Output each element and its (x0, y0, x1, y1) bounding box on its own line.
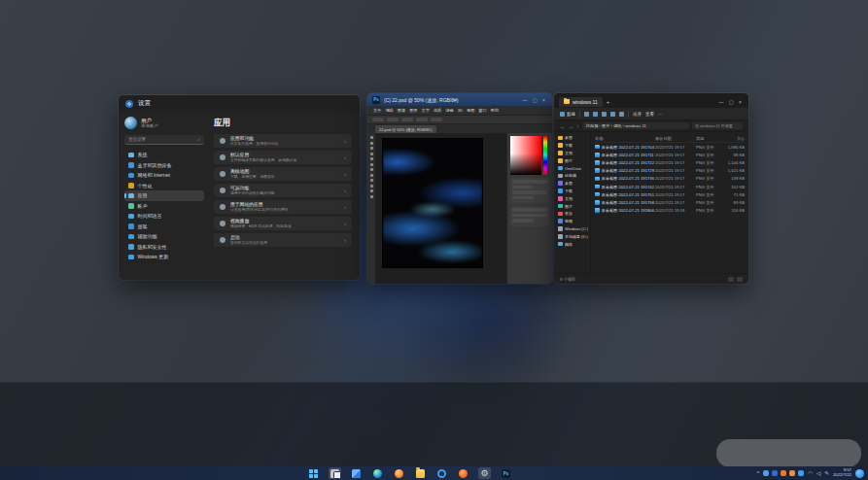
saturation-brightness-box[interactable] (510, 136, 541, 175)
sidebar-item-8[interactable]: 辅助功能 (124, 231, 204, 242)
explorer-sidebar-item-2[interactable]: 文档 (558, 150, 590, 157)
menu-2[interactable]: 图像 (398, 108, 405, 113)
column-header-0[interactable]: 名称 (595, 136, 655, 141)
explorer-sidebar-item-7[interactable]: 下载 (558, 188, 590, 195)
taskbar-start-button[interactable] (307, 467, 320, 479)
more-button[interactable]: ··· (658, 112, 663, 117)
tray-chevron-icon[interactable]: ^ (756, 470, 759, 476)
menu-5[interactable]: 选择 (434, 108, 441, 113)
sidebar-item-1[interactable]: 蓝牙和其他设备 (124, 160, 204, 171)
tray-app-icon-4[interactable] (798, 470, 804, 476)
menu-4[interactable]: 文字 (422, 108, 430, 113)
view-button[interactable]: 查看 (645, 112, 654, 117)
volume-icon[interactable]: ◁ (816, 470, 820, 476)
window-controls[interactable]: — ▢ × (523, 97, 547, 103)
explorer-sidebar-item-6[interactable]: 桌面 (558, 180, 590, 188)
table-row[interactable]: 屏幕截图 2022-07-21 1917042022/7/21 19:17PNG… (595, 143, 745, 151)
menu-6[interactable]: 滤镜 (445, 108, 453, 113)
table-row[interactable]: 屏幕截图 2022-07-21 1917362022/7/21 19:17PNG… (595, 175, 745, 183)
breadcrumb[interactable]: 此电脑 › 图片 › 壁纸 › windows 11 (582, 122, 689, 130)
color-picker-panel[interactable] (510, 136, 549, 175)
tray-app-icon-3[interactable] (789, 470, 795, 476)
menu-1[interactable]: 编辑 (385, 108, 393, 113)
window-controls[interactable]: — ▢ × (719, 99, 744, 105)
explorer-sidebar-item-10[interactable]: 音乐 (558, 210, 590, 218)
sidebar-item-6[interactable]: 时间和语言 (124, 211, 204, 222)
hue-strip[interactable] (543, 136, 547, 175)
table-row[interactable]: 屏幕截图 2022-07-21 1918062022/7/21 19:18PNG… (595, 207, 745, 215)
explorer-sidebar-item-3[interactable]: 图片 (558, 156, 590, 164)
table-row[interactable]: 屏幕截图 2022-07-21 1917112022/7/21 19:17PNG… (595, 151, 745, 158)
taskbar-blue-ring-app-button[interactable] (435, 467, 448, 479)
paste-icon[interactable] (602, 112, 607, 117)
taskbar-clock[interactable]: 9:57 2022/7/22 (833, 468, 851, 478)
document-tab[interactable]: 22.psd @ 50% (速涂, RGB/8#) (375, 125, 436, 133)
column-header-2[interactable]: 类型 (696, 136, 723, 141)
explorer-tab[interactable]: windows 11 (559, 97, 603, 107)
cut-icon[interactable] (584, 112, 589, 117)
table-row[interactable]: 屏幕截图 2022-07-21 1917292022/7/21 19:17PNG… (595, 167, 745, 175)
menu-0[interactable]: 文件 (373, 108, 381, 113)
settings-account[interactable]: 用户 本地帐户 (124, 117, 204, 129)
settings-row-6[interactable]: 启动登录时自动启动的应用› (214, 233, 352, 247)
tray-app-icon-1[interactable] (772, 470, 778, 476)
artwork-canvas[interactable] (383, 139, 482, 267)
menu-8[interactable]: 视图 (467, 108, 474, 113)
explorer-sidebar-item-0[interactable]: 桌面 (558, 134, 590, 142)
tray-app-icon-2[interactable] (781, 470, 786, 476)
explorer-sidebar-item-12[interactable]: Windows (C:) (558, 225, 590, 233)
explorer-sidebar-item-9[interactable]: 图片 (558, 202, 590, 210)
back-button[interactable]: ← (560, 123, 566, 129)
settings-row-4[interactable]: 用于网站的应用可在应用(而非浏览器)中打开的网站› (214, 200, 352, 214)
table-row[interactable]: 屏幕截图 2022-07-21 1917512022/7/21 19:17PNG… (595, 190, 745, 198)
explorer-sidebar-item-1[interactable]: 下载 (558, 142, 590, 150)
menu-10[interactable]: 帮助 (491, 108, 499, 113)
sidebar-item-9[interactable]: 隐私和安全性 (124, 242, 204, 253)
sidebar-item-3[interactable]: 个性化 (124, 181, 204, 191)
settings-row-0[interactable]: 应用和功能已安装的应用、应用执行别名› (214, 134, 352, 148)
settings-row-2[interactable]: 离线地图下载、存储位置、地图更新› (214, 167, 352, 181)
menu-7[interactable]: 3D (458, 108, 463, 113)
explorer-sidebar-item-8[interactable]: 文档 (558, 194, 590, 202)
settings-row-3[interactable]: 可选功能适用于你的设备的额外功能› (214, 184, 352, 197)
explorer-sidebar-item-14[interactable]: 网络 (558, 240, 590, 248)
taskbar-edge-button[interactable] (371, 467, 384, 479)
delete-icon[interactable] (619, 112, 624, 117)
table-row[interactable]: 屏幕截图 2022-07-21 1917222022/7/21 19:17PNG… (595, 158, 745, 166)
table-row[interactable]: 屏幕截图 2022-07-21 1917582022/7/21 19:17PNG… (595, 198, 745, 206)
copy-icon[interactable] (593, 112, 598, 117)
explorer-sidebar-item-4[interactable]: OneDrive (558, 164, 590, 172)
network-icon[interactable]: ◠ (808, 470, 813, 476)
photoshop-window[interactable]: Ps (C) 22.psd @ 50% (速涂, RGB/8#) — ▢ × 文… (367, 93, 552, 284)
taskbar-file-explorer-button[interactable] (414, 467, 427, 479)
explorer-sidebar-item-11[interactable]: 视频 (558, 218, 590, 225)
taskbar-task-view-button[interactable] (329, 467, 341, 479)
taskbar-firefox-button[interactable] (457, 467, 469, 479)
explorer-search-input[interactable]: 在 windows 11 中搜索 (692, 122, 743, 130)
new-button[interactable]: 新建 (560, 112, 575, 117)
sidebar-item-10[interactable]: Windows 更新 (124, 252, 204, 262)
column-header-3[interactable]: 大小 (723, 136, 745, 141)
explorer-sidebar-item-5[interactable]: 此电脑 (558, 172, 590, 180)
settings-search-input[interactable]: 查找设置 ⌕ (124, 135, 204, 145)
forward-button[interactable]: → (569, 123, 574, 129)
sidebar-item-0[interactable]: 系统 (124, 150, 204, 160)
photoshop-toolbar[interactable] (367, 133, 376, 284)
explorer-window[interactable]: windows 11 + — ▢ × 新建 排序 查看 ··· ← → ↑ 此电… (554, 93, 748, 284)
photoshop-canvas-area[interactable] (376, 133, 506, 284)
column-header-1[interactable]: 修改日期 (655, 136, 696, 141)
taskbar-orange-app-button[interactable] (393, 467, 405, 479)
sidebar-item-5[interactable]: 帐户 (124, 201, 204, 212)
explorer-sidebar-item-13[interactable]: 本地磁盘 (D:) (558, 232, 590, 240)
menu-9[interactable]: 窗口 (478, 108, 486, 113)
sidebar-item-2[interactable]: 网络和 Internet (124, 170, 204, 181)
rename-icon[interactable] (610, 112, 615, 117)
up-button[interactable]: ↑ (576, 123, 579, 129)
taskbar-photoshop-button[interactable]: Ps (500, 467, 512, 479)
pen-input-icon[interactable]: ✎ (824, 470, 829, 476)
table-row[interactable]: 屏幕截图 2022-07-21 1917422022/7/21 19:17PNG… (595, 183, 745, 190)
notification-button[interactable] (855, 469, 864, 478)
settings-row-1[interactable]: 默认应用文件和链接类型的默认应用、其他默认值› (214, 151, 352, 164)
thumbnails-view-icon[interactable] (737, 277, 743, 282)
menu-3[interactable]: 图层 (409, 108, 417, 113)
